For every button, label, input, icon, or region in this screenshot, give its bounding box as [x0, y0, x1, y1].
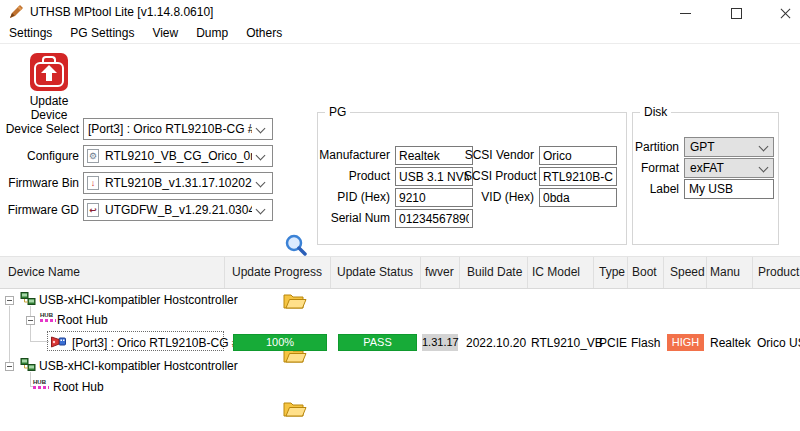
device-select-label: Device Select — [0, 118, 79, 140]
update-device-button[interactable]: Update Device — [11, 53, 87, 122]
titlebar: UTHSB MPtool Lite [v1.14.8.0610] — [0, 0, 800, 24]
product-field[interactable] — [395, 167, 473, 186]
partition-value: GPT — [690, 138, 715, 156]
firmware-bin-dropdown[interactable]: ↓ RTL9210B_v1.31.17.102022.bin — [83, 172, 273, 194]
app-window: UTHSB MPtool Lite [v1.14.8.0610] Setting… — [0, 0, 800, 431]
manu-cell: Realtek — [710, 336, 751, 350]
pid-label: PID (Hex) — [318, 188, 390, 207]
tree-line — [9, 306, 10, 362]
table-header: Device Name Update Progress Update Statu… — [0, 256, 800, 289]
firmware-gd-file-icon: ↩ — [87, 203, 99, 217]
tree-node-hub1[interactable]: Root Hub — [57, 313, 108, 327]
col-manu[interactable]: Manu — [710, 257, 740, 288]
host-controller-icon — [20, 358, 36, 371]
configure-label: Configure — [0, 145, 79, 167]
tree-node-host1[interactable]: USB-xHCI-kompatibler Hostcontroller — [39, 293, 238, 307]
firmware-file-icon: ↓ — [87, 176, 99, 190]
format-dropdown[interactable]: exFAT — [684, 158, 774, 178]
type-cell: PCIE — [599, 336, 627, 350]
build-date-cell: 2022.10.20 — [466, 336, 526, 350]
scsi-vendor-field[interactable] — [539, 146, 617, 165]
col-type[interactable]: Type — [599, 257, 625, 288]
firmware-bin-label: Firmware Bin — [0, 172, 79, 194]
app-icon — [8, 4, 24, 20]
collapse-toggle[interactable] — [5, 362, 14, 371]
config-file-icon: ⚙ — [87, 149, 99, 163]
col-speed[interactable]: Speed — [670, 257, 705, 288]
update-device-icon — [30, 53, 68, 91]
scsi-product-field[interactable] — [539, 167, 617, 186]
col-fwver[interactable]: fwver — [425, 257, 454, 288]
tree-node-device[interactable]: [Port3] : Orico RTL9210B-CG #0 — [72, 336, 245, 350]
collapse-toggle[interactable] — [5, 296, 14, 305]
col-ic-model[interactable]: IC Model — [532, 257, 580, 288]
menu-view[interactable]: View — [143, 23, 187, 43]
speed-badge: HIGH — [667, 334, 704, 351]
menu-dump[interactable]: Dump — [187, 23, 237, 43]
usb-device-icon — [50, 335, 66, 349]
device-select-value: [Port3] : Orico RTL9210B-CG #0 — [88, 119, 252, 139]
hub-icon: HUB — [33, 379, 49, 391]
disk-group-title: Disk — [640, 105, 671, 119]
product-cell: Orico US — [757, 336, 800, 350]
product-label: Product — [318, 167, 390, 186]
col-boot[interactable]: Boot — [632, 257, 657, 288]
scsi-product-label: SCSI Product — [464, 167, 534, 186]
firmware-gd-label: Firmware GD — [0, 199, 79, 221]
col-update-status[interactable]: Update Status — [337, 257, 413, 288]
tree-line — [30, 372, 31, 387]
menu-pg-settings[interactable]: PG Settings — [61, 23, 143, 43]
boot-cell: Flash — [631, 336, 660, 350]
tree-node-host2[interactable]: USB-xHCI-kompatibler Hostcontroller — [39, 359, 238, 373]
menu-others[interactable]: Others — [237, 23, 291, 43]
chevron-down-icon[interactable] — [759, 142, 769, 152]
partition-dropdown[interactable]: GPT — [684, 137, 774, 157]
chevron-down-icon[interactable] — [256, 151, 266, 161]
chevron-down-icon[interactable] — [256, 205, 266, 215]
col-build-date[interactable]: Build Date — [467, 257, 522, 288]
firmware-gd-dropdown[interactable]: ↩ UTGDFW_B_v1.29.21.030422.bin — [83, 199, 273, 221]
tree-node-hub2[interactable]: Root Hub — [53, 380, 104, 394]
collapse-toggle[interactable] — [26, 316, 35, 325]
menubar: Settings PG Settings View Dump Others — [0, 23, 800, 44]
format-value: exFAT — [690, 159, 724, 177]
minimize-icon — [680, 13, 691, 14]
scsi-vendor-label: SCSI Vendor — [464, 146, 534, 165]
manufacturer-field[interactable] — [395, 146, 473, 165]
configure-value: RTL9210_VB_CG_Orico_0m2.cfg — [105, 146, 252, 166]
hub-icon: HUB — [40, 312, 56, 324]
firmware-bin-value: RTL9210B_v1.31.17.102022.bin — [105, 173, 252, 193]
chevron-down-icon[interactable] — [759, 163, 769, 173]
manufacturer-label: Manufacturer — [318, 146, 390, 165]
firmware-gd-value: UTGDFW_B_v1.29.21.030422.bin — [105, 200, 252, 220]
volume-label-label: Label — [633, 179, 679, 199]
menu-settings[interactable]: Settings — [0, 23, 61, 43]
pg-groupbox: PG Manufacturer SCSI Vendor Product SCSI… — [317, 112, 627, 245]
vid-field[interactable] — [539, 188, 617, 207]
update-progress-bar: 100% — [233, 334, 327, 351]
folder-open-icon[interactable] — [283, 292, 307, 311]
close-icon — [779, 7, 792, 20]
chevron-down-icon[interactable] — [256, 124, 266, 134]
pid-field[interactable] — [395, 188, 473, 207]
partition-label: Partition — [633, 137, 679, 157]
serial-num-label: Serial Num — [318, 209, 390, 228]
col-update-progress[interactable]: Update Progress — [232, 257, 322, 288]
configure-dropdown[interactable]: ⚙ RTL9210_VB_CG_Orico_0m2.cfg — [83, 145, 273, 167]
update-status-badge: PASS — [338, 334, 417, 351]
window-title: UTHSB MPtool Lite [v1.14.8.0610] — [30, 5, 213, 19]
device-select-dropdown[interactable]: [Port3] : Orico RTL9210B-CG #0 — [83, 118, 273, 140]
col-product[interactable]: Product — [758, 257, 799, 288]
disk-groupbox: Disk Partition GPT Format exFAT Label — [632, 112, 779, 245]
fwver-cell: 1.31.17 — [422, 334, 458, 351]
tree-line — [30, 325, 31, 342]
chevron-down-icon[interactable] — [256, 178, 266, 188]
serial-num-field[interactable] — [395, 209, 473, 228]
vid-label: VID (Hex) — [464, 188, 534, 207]
folder-open-icon[interactable] — [283, 400, 307, 419]
pg-group-title: PG — [325, 105, 350, 119]
maximize-icon — [731, 8, 742, 19]
col-device-name[interactable]: Device Name — [8, 257, 80, 288]
tree-line — [30, 306, 31, 316]
volume-label-field[interactable] — [684, 179, 774, 199]
